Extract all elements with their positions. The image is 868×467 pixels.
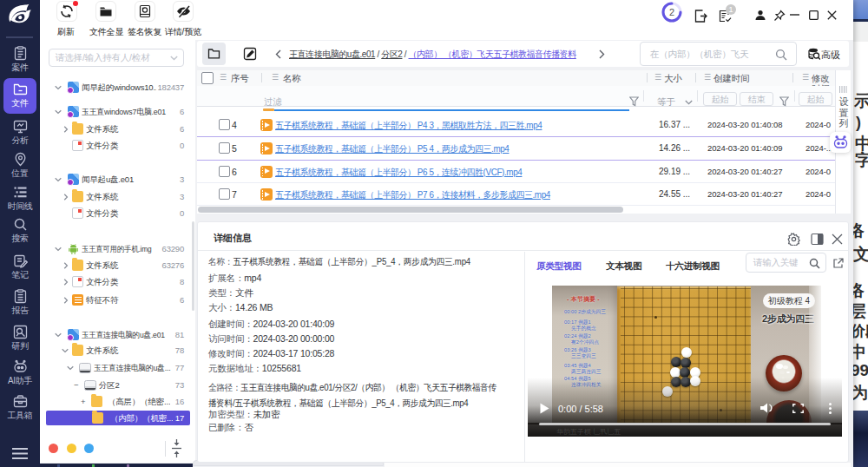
svg-text:2: 2 [669,7,674,17]
